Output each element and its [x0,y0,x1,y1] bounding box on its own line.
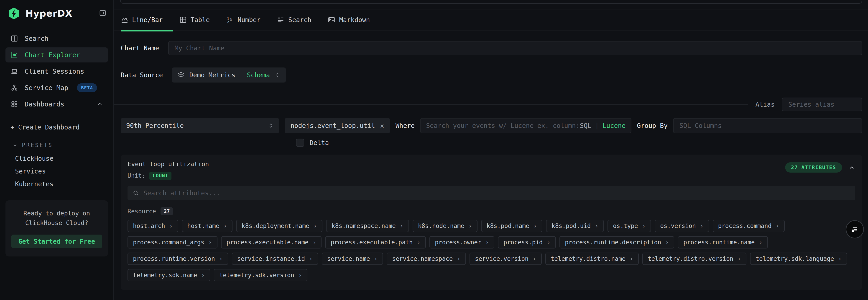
chevron-right-icon: › [468,222,472,229]
attribute-chip[interactable]: telemetry.sdk.name › [127,269,210,281]
lucene-toggle[interactable]: Lucene [602,122,625,130]
sidebar-item-search[interactable]: Search [5,31,108,46]
unit-label: Unit: [127,172,145,179]
attribute-chip[interactable]: k8s.pod.name › [481,220,542,232]
attribute-chip-label: process.runtime.name [683,239,754,246]
attribute-chip-label: k8s.pod.uid [552,222,591,229]
delta-checkbox[interactable] [296,139,304,147]
alias-row: Alias [114,98,868,111]
preset-item-services[interactable]: Services [5,165,108,178]
attribute-chip-label: process.pid [503,239,542,246]
preset-item-kubernetes[interactable]: Kubernetes [5,178,108,190]
attribute-chip[interactable]: k8s.pod.uid › [546,220,604,232]
attribute-chip[interactable]: telemetry.distro.name › [545,252,639,265]
attribute-chip-label: process.owner [435,239,482,246]
sidebar-item-label: Search [25,35,49,43]
attribute-chip-label: k8s.pod.name [487,222,529,229]
attribute-search-input[interactable] [144,189,850,197]
tab-search[interactable]: Search [277,16,321,31]
sidebar-item-client-sessions[interactable]: Client Sessions [5,64,108,79]
where-search-input[interactable] [426,122,580,130]
get-started-button[interactable]: Get Started for Free [11,235,102,248]
attribute-chip[interactable]: os.type › [608,220,651,232]
create-dashboard-button[interactable]: + Create Dashboard [5,124,108,131]
chevron-right-icon: › [642,222,646,229]
attribute-chip[interactable]: host.name › [182,220,233,232]
tab-number[interactable]: 1 2 3 Number [226,16,271,31]
service-map-icon [10,84,18,92]
where-label: Where [396,122,415,130]
dashboards-icon [10,100,18,108]
attribute-chip[interactable]: process.owner › [429,236,494,248]
attribute-chip[interactable]: service.name › [322,252,383,265]
attribute-chip[interactable]: process.executable.name › [221,236,322,248]
attribute-chip[interactable]: service.version › [469,252,541,265]
attribute-chip[interactable]: process.executable.path › [325,236,426,248]
chevron-right-icon: › [759,239,762,246]
attribute-chip-label: process.executable.path [331,239,412,246]
attribute-chip[interactable]: service.namespace › [386,252,466,265]
attribute-chip[interactable]: k8s.deployment.name › [236,220,322,232]
chevron-up-icon[interactable] [97,101,103,107]
attribute-chip[interactable]: process.runtime.description › [559,236,674,248]
chevron-right-icon: › [738,255,741,262]
cloud-promo-card: Ready to deploy on ClickHouse Cloud? Get… [5,200,108,256]
sidebar-item-label: Service Map [25,84,68,92]
feedback-fab-button[interactable] [846,220,864,239]
alias-input[interactable] [782,98,862,111]
metric-chip[interactable]: nodejs.event_loop.util ✕ [285,118,390,133]
attribute-chip[interactable]: service.instance.id › [232,252,318,265]
tab-label: Markdown [339,16,370,24]
scrollbar-track[interactable] [867,0,867,300]
attribute-chip[interactable]: telemetry.sdk.version › [214,269,307,281]
sidebar-item-service-map[interactable]: Service Map BETA [5,80,108,95]
aggregation-select[interactable]: 90th Percentile [121,118,279,133]
chevron-right-icon: › [169,222,173,229]
unit-value-badge: COUNT [149,172,171,180]
panel-collapse-chevron-icon[interactable] [848,164,855,171]
chevron-right-icon: › [219,255,223,262]
preset-item-clickhouse[interactable]: ClickHouse [5,152,108,165]
attribute-chip[interactable]: process.pid › [498,236,556,248]
tab-markdown[interactable]: Markdown [328,16,380,31]
attribute-chip[interactable]: process.runtime.version › [127,252,228,265]
attribute-chip[interactable]: process.command › [713,220,785,232]
presets-list: ClickHouse Services Kubernetes [5,152,108,190]
presets-section-toggle[interactable]: PRESETS [5,142,108,148]
sidebar-nav: Search Chart Explorer [5,31,108,113]
tab-line-bar[interactable]: Line/Bar [121,16,173,31]
attribute-chip[interactable]: telemetry.sdk.language › [750,252,847,265]
attribute-chip[interactable]: k8s.node.name › [412,220,477,232]
chevron-right-icon: › [417,239,420,246]
tab-label: Number [238,16,260,24]
data-source-select[interactable]: Demo Metrics Schema [172,67,286,83]
toggle-separator: | [595,122,599,130]
sidebar-collapse-icon[interactable] [99,9,106,18]
attribute-chip[interactable]: k8s.namespace.name › [326,220,409,232]
remove-metric-icon[interactable]: ✕ [380,122,384,130]
chart-preview-remnant [120,0,862,4]
sidebar-item-dashboards[interactable]: Dashboards [5,97,108,112]
sidebar-item-chart-explorer[interactable]: Chart Explorer [5,48,108,62]
chart-name-input[interactable] [168,41,862,55]
attribute-chip-label: os.type [613,222,638,229]
metric-title: Event loop utilization [127,161,209,168]
chevron-right-icon: › [313,239,316,246]
presets-label: PRESETS [22,142,53,148]
attributes-count-badge: 27 ATTRIBUTES [785,162,842,172]
chevron-right-icon: › [201,272,205,278]
attribute-chip[interactable]: process.runtime.name › [678,236,768,248]
tab-table[interactable]: Table [179,16,220,31]
attribute-chip[interactable]: telemetry.distro.version › [642,252,746,265]
sql-toggle[interactable]: SQL [580,122,592,130]
attribute-chip[interactable]: os.version › [655,220,709,232]
schema-link[interactable]: Schema [247,71,270,79]
tab-label: Search [288,16,311,24]
attribute-chip[interactable]: process.command_args › [127,236,217,248]
chevron-right-icon: › [533,222,537,229]
sidebar-item-label: Client Sessions [25,67,84,75]
attribute-chip[interactable]: host.arch › [127,220,178,232]
chart-type-tabs: Line/Bar Table 1 2 3 [114,10,868,31]
group-by-input[interactable] [673,118,862,133]
attribute-chip-label: telemetry.distro.version [648,255,734,262]
